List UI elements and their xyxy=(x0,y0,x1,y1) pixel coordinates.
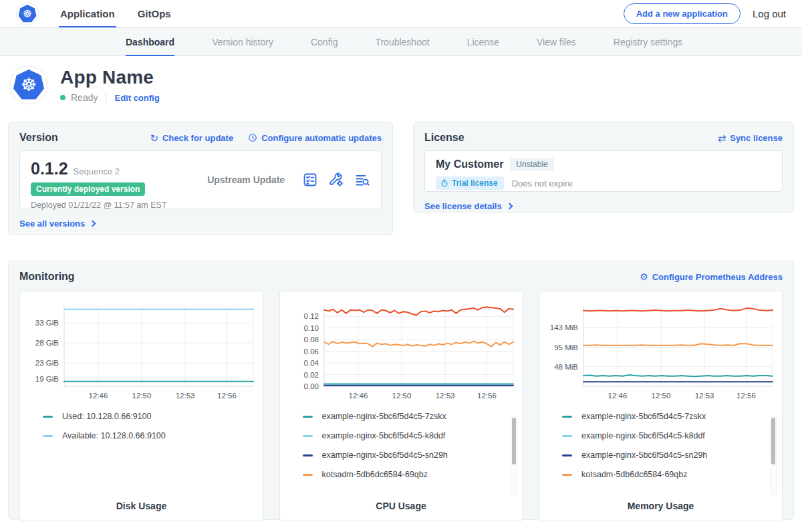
app-sub-nav: Dashboard Version history Config Trouble… xyxy=(0,28,802,56)
app-logo: ☸ xyxy=(9,65,48,104)
legend-item: example-nginx-5bc6f5d4c5-sn29h xyxy=(303,450,515,460)
svg-text:12:46: 12:46 xyxy=(89,392,108,400)
tab-dashboard[interactable]: Dashboard xyxy=(126,28,174,56)
tab-view-files[interactable]: View files xyxy=(537,28,576,56)
legend-swatch xyxy=(562,416,572,418)
legend-label: Available: 10.128.0.66:9100 xyxy=(62,431,166,440)
config-values-icon[interactable] xyxy=(328,172,344,188)
svg-text:12:56: 12:56 xyxy=(737,392,756,400)
see-all-versions-link[interactable]: See all versions xyxy=(19,219,95,229)
legend-label: example-nginx-5bc6f5d4c5-7zskx xyxy=(581,412,706,421)
status-dot-icon xyxy=(60,95,65,100)
license-card: License ⇄ Sync license My Customer Unsta… xyxy=(413,122,794,213)
tab-dashboard-label: Dashboard xyxy=(126,37,174,47)
top-tab-gitops-label: GitOps xyxy=(138,8,171,19)
edit-config-link[interactable]: Edit config xyxy=(114,93,159,103)
svg-text:12:46: 12:46 xyxy=(608,392,628,400)
tab-config-label: Config xyxy=(311,37,338,47)
svg-text:0.08: 0.08 xyxy=(303,336,318,344)
legend-swatch xyxy=(303,454,313,456)
legend-item: example-nginx-5bc6f5d4c5-k8ddf xyxy=(562,431,774,440)
top-tab-gitops[interactable]: GitOps xyxy=(136,0,172,27)
refresh-icon: ↻ xyxy=(150,133,158,143)
legend-label: example-nginx-5bc6f5d4c5-k8ddf xyxy=(322,431,446,440)
legend-swatch xyxy=(43,416,53,418)
check-for-update-link[interactable]: ↻ Check for update xyxy=(150,133,233,143)
chart-title: CPU Usage xyxy=(280,501,523,511)
main-content: Version ↻ Check for update Configure aut… xyxy=(0,122,802,520)
sync-arrows-icon: ⇄ xyxy=(718,133,726,143)
tab-troubleshoot[interactable]: Troubleshoot xyxy=(375,28,429,56)
add-application-button[interactable]: Add a new application xyxy=(624,3,741,24)
legend-label: example-nginx-5bc6f5d4c5-k8ddf xyxy=(581,431,705,440)
svg-text:12:50: 12:50 xyxy=(652,392,671,400)
configure-automatic-updates-link[interactable]: Configure automatic updates xyxy=(248,133,382,143)
gear-icon: ⚙ xyxy=(640,272,648,281)
license-expiry: Does not expire xyxy=(512,178,573,188)
tab-troubleshoot-label: Troubleshoot xyxy=(375,37,429,47)
svg-text:12:53: 12:53 xyxy=(176,392,195,400)
legend-label: Used: 10.128.0.66:9100 xyxy=(62,412,151,421)
tab-license-label: License xyxy=(467,37,499,47)
scrollbar-thumb[interactable] xyxy=(512,418,516,464)
channel-badge: Unstable xyxy=(510,158,553,171)
kots-logo: ☸ xyxy=(16,3,39,25)
svg-text:12:50: 12:50 xyxy=(392,392,411,400)
chart-title: Memory Usage xyxy=(539,501,782,511)
legend-item: kotsadm-5db6dc6584-69qbz xyxy=(562,470,774,479)
svg-text:143 MiB: 143 MiB xyxy=(550,323,579,331)
legend-item: Used: 10.128.0.66:9100 xyxy=(43,412,255,421)
legend-item: kotsadm-5db6dc6584-69qbz xyxy=(303,470,515,479)
clock-refresh-icon xyxy=(248,133,257,142)
svg-text:0.10: 0.10 xyxy=(303,324,318,332)
legend-swatch xyxy=(562,474,572,476)
customer-name: My Customer xyxy=(436,158,503,170)
current-version-row: 0.1.2 Sequence 2 Currently deployed vers… xyxy=(19,150,382,209)
deploy-logs-icon[interactable] xyxy=(354,172,370,188)
tab-registry-settings-label: Registry settings xyxy=(614,37,682,47)
legend-swatch xyxy=(303,416,313,418)
svg-text:0.12: 0.12 xyxy=(303,312,318,320)
configure-prometheus-link[interactable]: ⚙ Configure Prometheus Address xyxy=(640,272,783,282)
kubernetes-icon: ☸ xyxy=(19,5,37,23)
tab-config[interactable]: Config xyxy=(311,28,338,56)
divider xyxy=(106,93,106,102)
tab-version-history-label: Version history xyxy=(212,37,273,47)
cpu-usage-chart: 0.000.020.040.060.080.100.1212:4612:5012… xyxy=(288,301,516,401)
deployed-timestamp: Deployed 01/21/22 @ 11:57 am EST xyxy=(31,201,207,210)
cpu-usage-card: 0.000.020.040.060.080.100.1212:4612:5012… xyxy=(279,291,523,521)
version-number: 0.1.2 xyxy=(31,159,68,178)
chart-title: Disk Usage xyxy=(20,501,263,511)
svg-text:12:46: 12:46 xyxy=(348,392,368,400)
legend-item: example-nginx-5bc6f5d4c5-sn29h xyxy=(562,450,774,460)
disk-usage-legend: Used: 10.128.0.66:9100 Available: 10.128… xyxy=(28,412,255,440)
disk-usage-chart: 19 GiB23 GiB28 GiB33 GiB12:4612:5012:531… xyxy=(28,301,256,401)
legend-item: example-nginx-5bc6f5d4c5-7zskx xyxy=(303,412,515,421)
svg-text:12:53: 12:53 xyxy=(435,392,454,400)
svg-text:0.00: 0.00 xyxy=(303,382,318,390)
scrollbar-thumb[interactable] xyxy=(771,418,775,464)
tab-license[interactable]: License xyxy=(467,28,499,56)
tab-view-files-label: View files xyxy=(537,37,576,47)
tab-registry-settings[interactable]: Registry settings xyxy=(614,28,682,56)
legend-item: example-nginx-5bc6f5d4c5-k8ddf xyxy=(303,431,515,440)
version-sequence: Sequence 2 xyxy=(74,166,120,176)
memory-usage-chart: 48 MiB95 MiB143 MiB12:4612:5012:5312:56 xyxy=(547,301,775,401)
legend-swatch xyxy=(562,435,572,437)
preflight-checks-icon[interactable] xyxy=(302,172,318,188)
sync-license-link[interactable]: ⇄ Sync license xyxy=(718,133,783,143)
monitoring-panel: Monitoring ⚙ Configure Prometheus Addres… xyxy=(8,261,794,520)
tab-version-history[interactable]: Version history xyxy=(212,28,273,56)
svg-text:0.06: 0.06 xyxy=(303,348,318,356)
svg-text:95 MiB: 95 MiB xyxy=(554,344,578,352)
cpu-usage-legend: example-nginx-5bc6f5d4c5-7zskx example-n… xyxy=(288,412,515,479)
svg-text:23 GiB: 23 GiB xyxy=(35,359,59,367)
app-header: ☸ App Name Ready Edit config xyxy=(0,56,802,114)
svg-text:48 MiB: 48 MiB xyxy=(554,363,578,371)
top-tab-application[interactable]: Application xyxy=(59,0,116,27)
legend-label: example-nginx-5bc6f5d4c5-sn29h xyxy=(581,450,707,460)
legend-label: kotsadm-5db6dc6584-69qbz xyxy=(581,470,687,479)
top-tab-application-label: Application xyxy=(60,8,115,19)
logout-link[interactable]: Log out xyxy=(753,8,786,19)
see-license-details-link[interactable]: See license details xyxy=(424,201,512,211)
